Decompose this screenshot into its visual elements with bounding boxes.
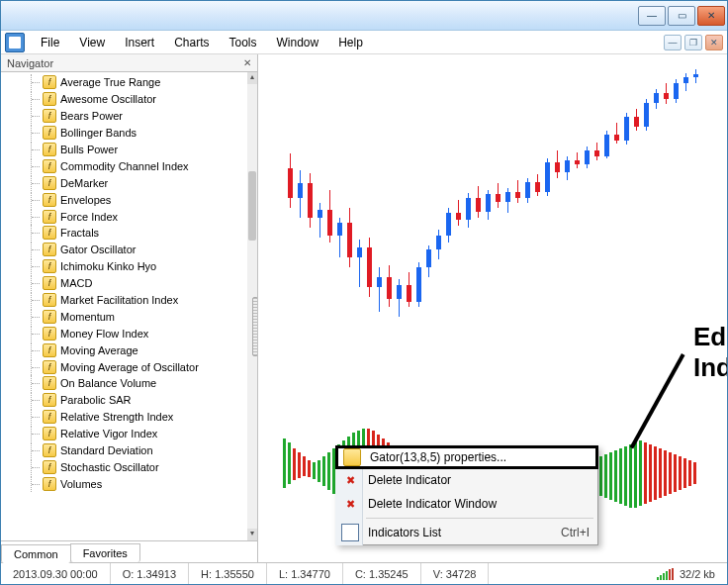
mdi-minimize-button[interactable]: — (664, 35, 682, 50)
function-icon: f (43, 243, 56, 256)
app-icon (5, 33, 25, 52)
mdi-close-button[interactable]: ✕ (705, 35, 723, 50)
candle (397, 279, 402, 317)
list-icon (341, 524, 359, 541)
indicator-item[interactable]: fForce Index (1, 208, 257, 225)
menu-insert[interactable]: Insert (115, 33, 164, 52)
indicator-item[interactable]: fMoving Average (1, 341, 257, 358)
annotation-label: Edit Indicator (693, 322, 727, 383)
gator-bar-up (308, 460, 311, 470)
function-icon: f (43, 410, 56, 424)
menu-help[interactable]: Help (328, 33, 373, 52)
menu-view[interactable]: View (69, 33, 115, 52)
candle (545, 158, 550, 196)
navigator-tree[interactable]: fAverage True RangefAwesome OscillatorfB… (1, 72, 257, 540)
indicator-item[interactable]: fMoney Flow Index (1, 325, 257, 341)
status-net: 32/2 kb (680, 568, 715, 580)
indicator-item[interactable]: fIchimoku Kinko Hyo (1, 258, 257, 275)
menu-tools[interactable]: Tools (220, 33, 267, 52)
mdi-restore-button[interactable]: ❐ (684, 35, 702, 50)
menu-file[interactable]: File (31, 33, 69, 52)
indicator-item[interactable]: fFractals (1, 225, 257, 242)
candle (387, 265, 392, 307)
indicator-item[interactable]: fParabolic SAR (1, 392, 257, 409)
function-icon: f (43, 193, 56, 207)
minimize-icon: — (647, 10, 657, 21)
window-minimize-button[interactable]: — (638, 6, 666, 26)
menu-charts[interactable]: Charts (164, 33, 219, 52)
function-icon: f (43, 343, 56, 357)
ctx-gator-properties[interactable]: Gator(13,8,5) properties... (335, 445, 598, 469)
indicator-item[interactable]: fMoving Average of Oscillator (1, 358, 257, 375)
indicator-label: On Balance Volume (60, 377, 156, 389)
candle (407, 272, 411, 307)
candle (525, 178, 530, 203)
ctx-delete-indicator[interactable]: ✖ Delete Indicator (336, 468, 597, 492)
candle (436, 230, 441, 259)
indicator-item[interactable]: fMarket Facilitation Index (1, 292, 257, 309)
window-maximize-button[interactable]: ▭ (668, 6, 695, 26)
menu-window[interactable]: Window (267, 33, 329, 52)
indicator-label: Relative Vigor Index (60, 428, 157, 439)
indicator-item[interactable]: fVolumes (1, 475, 257, 492)
indicator-item[interactable]: fEnvelopes (1, 191, 257, 208)
candle (515, 180, 520, 203)
window-close-button[interactable]: ✕ (697, 6, 725, 26)
indicator-item[interactable]: fGator Oscillator (1, 242, 257, 258)
gator-bar-up (634, 442, 637, 470)
app-window: — ▭ ✕ File View Insert Charts Tools Wind… (0, 0, 728, 585)
price-chart[interactable] (268, 64, 717, 406)
context-menu: Gator(13,8,5) properties... ✖ Delete Ind… (335, 445, 598, 545)
indicator-item[interactable]: fRelative Strength Index (1, 409, 257, 426)
function-icon: f (43, 176, 56, 190)
chart-area[interactable]: Edit Indicator Gator(13,8,5) properties.… (258, 54, 727, 562)
indicator-item[interactable]: fStandard Deviation (1, 442, 257, 459)
indicator-item[interactable]: fBulls Power (1, 142, 257, 158)
function-icon: f (43, 443, 56, 457)
indicator-item[interactable]: fOn Balance Volume (1, 375, 257, 392)
indicator-item[interactable]: fBollinger Bands (1, 125, 257, 142)
gator-bar-up (644, 442, 647, 470)
nav-tab-common[interactable]: Common (1, 544, 71, 563)
gator-bar-up (303, 456, 306, 470)
gator-bar-up (624, 446, 627, 470)
nav-tab-favorites[interactable]: Favorites (70, 543, 140, 562)
indicator-item[interactable]: fAverage True Range (1, 74, 257, 91)
scroll-up-icon[interactable]: ▴ (247, 72, 257, 84)
gator-bar-up (293, 448, 296, 470)
gator-bar-down (654, 470, 657, 500)
indicator-item[interactable]: fAwesome Oscillator (1, 91, 257, 108)
function-icon: f (43, 143, 56, 156)
function-icon: f (43, 376, 56, 390)
gator-bar-up (649, 444, 652, 470)
indicator-item[interactable]: fMomentum (1, 308, 257, 325)
indicator-label: Volumes (60, 478, 102, 490)
candle (594, 143, 599, 160)
indicator-item[interactable]: fStochastic Oscillator (1, 458, 257, 475)
gator-bar-down (664, 470, 667, 496)
navigator-close-button[interactable]: ✕ (243, 57, 251, 68)
indicator-item[interactable]: fRelative Vigor Index (1, 426, 257, 442)
delete-window-icon: ✖ (341, 495, 359, 513)
indicator-label: Fractals (60, 227, 99, 239)
ctx-indicators-list[interactable]: Indicators List Ctrl+I (336, 521, 597, 544)
scroll-down-icon[interactable]: ▾ (247, 529, 257, 540)
gator-bar-down (308, 470, 311, 477)
gator-bar-down (634, 470, 637, 508)
indicator-item[interactable]: fMACD (1, 275, 257, 292)
gator-bar-down (659, 470, 662, 498)
status-close: C: 1.35245 (343, 563, 421, 584)
indicator-item[interactable]: fBears Power (1, 108, 257, 125)
panel-resize-handle[interactable] (252, 297, 257, 356)
candle (565, 156, 570, 180)
scroll-thumb[interactable] (248, 171, 256, 241)
candle (535, 174, 540, 196)
indicator-item[interactable]: fDeMarker (1, 174, 257, 191)
indicator-label: Parabolic SAR (60, 394, 132, 406)
status-low: L: 1.34770 (267, 563, 343, 584)
function-icon: f (43, 360, 56, 374)
indicator-item[interactable]: fCommodity Channel Index (1, 157, 257, 174)
gator-bar-down (288, 470, 291, 484)
status-open: O: 1.34913 (111, 563, 189, 584)
ctx-delete-indicator-window[interactable]: ✖ Delete Indicator Window (336, 492, 597, 516)
